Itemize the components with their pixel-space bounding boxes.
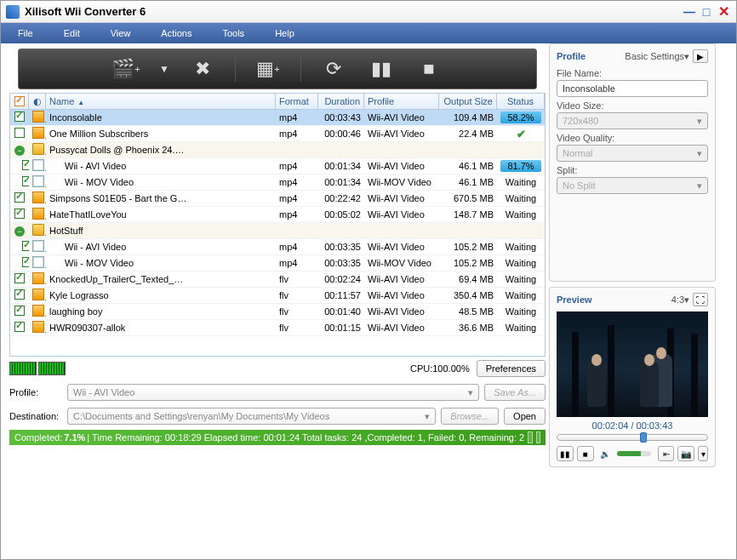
stop-preview-button[interactable]: ■ xyxy=(577,446,594,461)
row-status: Waiting xyxy=(497,209,545,220)
prev-frame-button[interactable]: ⇤ xyxy=(658,446,675,461)
row-duration: 00:01:15 xyxy=(318,323,364,333)
video-file-icon xyxy=(32,321,44,333)
table-row[interactable]: laughing boyflv00:01:40Wii-AVI Video48.5… xyxy=(10,304,545,320)
menu-tools[interactable]: Tools xyxy=(212,25,265,42)
status-icon[interactable] xyxy=(536,431,540,443)
menu-file[interactable]: File xyxy=(8,25,54,42)
row-checkbox[interactable] xyxy=(22,160,29,170)
volume-slider[interactable] xyxy=(617,451,650,456)
preview-video[interactable] xyxy=(557,311,708,417)
maximize-button[interactable]: □ xyxy=(699,5,714,19)
row-format: mp4 xyxy=(276,161,318,171)
remove-button[interactable]: ✖ xyxy=(187,54,218,84)
add-file-button[interactable]: 🎬+ xyxy=(111,54,141,84)
row-name: Wii - AVI Video xyxy=(46,161,276,171)
seek-bar[interactable] xyxy=(557,434,708,441)
table-row[interactable]: HateThatILoveYoump400:05:02Wii-AVI Video… xyxy=(10,207,545,223)
collapse-icon[interactable]: − xyxy=(14,146,25,156)
table-row[interactable]: Inconsolablemp400:03:43Wii-AVI Video109.… xyxy=(10,110,545,126)
row-status: Waiting xyxy=(497,306,545,317)
menu-help[interactable]: Help xyxy=(265,25,315,42)
status-icon[interactable] xyxy=(528,431,532,443)
fullscreen-button[interactable]: ⛶ xyxy=(693,293,708,306)
snapshot-button[interactable]: 📷 xyxy=(677,446,694,461)
row-status: Waiting xyxy=(497,242,545,252)
preferences-button[interactable]: Preferences xyxy=(477,360,546,377)
stop-button[interactable]: ■ xyxy=(414,54,444,84)
table-row[interactable]: HWR090307-allokflv00:01:15Wii-AVI Video3… xyxy=(10,320,545,336)
row-checkbox[interactable] xyxy=(14,128,25,138)
browse-button[interactable]: Browse... xyxy=(441,408,499,425)
menu-view[interactable]: View xyxy=(100,25,151,42)
table-row[interactable]: Wii - MOV Videomp400:01:34Wii-MOV Video4… xyxy=(10,174,545,191)
table-row[interactable]: One Million Subscribersmp400:00:46Wii-AV… xyxy=(10,126,545,142)
aspect-ratio-link[interactable]: 4:3▾ xyxy=(671,294,689,306)
table-row[interactable]: −HotStuff xyxy=(10,223,545,239)
profile-combo[interactable]: Wii - AVI Video xyxy=(67,384,479,401)
menu-actions[interactable]: Actions xyxy=(151,25,212,42)
row-duration: 00:01:34 xyxy=(318,161,364,171)
name-column[interactable]: Name▲ xyxy=(46,94,276,109)
row-status: Waiting xyxy=(497,177,545,187)
row-checkbox[interactable] xyxy=(14,322,25,332)
row-checkbox[interactable] xyxy=(14,306,25,316)
table-row[interactable]: Kyle Lograssoflv00:11:57Wii-AVI Video350… xyxy=(10,288,545,304)
close-button[interactable]: ✕ xyxy=(716,5,731,19)
type-column[interactable]: ◐ xyxy=(29,94,46,109)
row-checkbox[interactable] xyxy=(22,257,29,267)
check-all[interactable] xyxy=(10,94,29,109)
split-combo[interactable]: No Split xyxy=(557,177,708,194)
preview-time: 00:02:04 / 00:03:43 xyxy=(557,420,708,431)
video-file-icon xyxy=(32,111,44,123)
row-name: HWR090307-allok xyxy=(46,323,276,333)
minimize-button[interactable]: — xyxy=(682,5,697,19)
seek-handle[interactable] xyxy=(640,432,647,443)
basic-settings-link[interactable]: Basic Settings▾ xyxy=(625,51,689,62)
table-row[interactable]: Wii - MOV Videomp400:03:35Wii-MOV Video1… xyxy=(10,255,545,271)
collapse-icon[interactable]: − xyxy=(14,226,25,237)
table-header: ◐ Name▲ Format Duration Profile Output S… xyxy=(9,93,546,110)
file-name-input[interactable]: Inconsolable xyxy=(557,80,708,97)
row-checkbox[interactable] xyxy=(14,192,25,203)
destination-combo[interactable]: C:\Documents and Settings\renyan\My Docu… xyxy=(67,408,436,425)
row-checkbox[interactable] xyxy=(22,241,29,251)
cpu-core-meter xyxy=(38,362,66,375)
table-row[interactable]: Simpsons S01E05 - Bart the G…mp400:22:42… xyxy=(10,191,545,207)
dropdown-arrow-icon[interactable]: ▼ xyxy=(158,54,170,84)
status-column[interactable]: Status xyxy=(497,94,545,109)
profile-icon xyxy=(32,159,44,171)
expand-panel-button[interactable]: ▶ xyxy=(693,49,708,63)
format-column[interactable]: Format xyxy=(276,94,318,109)
video-size-combo[interactable]: 720x480 xyxy=(557,112,708,129)
duration-column[interactable]: Duration xyxy=(318,94,364,109)
play-pause-button[interactable]: ▮▮ xyxy=(557,446,574,461)
profile-column[interactable]: Profile xyxy=(364,94,439,109)
convert-button[interactable]: ⟳ xyxy=(318,54,349,84)
table-row[interactable]: Wii - AVI Videomp400:01:34Wii-AVI Video4… xyxy=(10,158,545,174)
snapshot-menu-button[interactable]: ▾ xyxy=(698,446,708,461)
add-profile-button[interactable]: ▦+ xyxy=(253,54,283,84)
video-file-icon xyxy=(32,305,44,317)
row-checkbox[interactable] xyxy=(14,111,25,122)
row-profile: Wii-AVI Video xyxy=(364,209,439,220)
row-checkbox[interactable] xyxy=(14,289,25,300)
table-row[interactable]: KnockedUp_TrailerC_Texted_…flv00:02:24Wi… xyxy=(10,271,545,288)
app-logo xyxy=(6,5,20,19)
file-list[interactable]: Inconsolablemp400:03:43Wii-AVI Video109.… xyxy=(9,110,546,357)
row-checkbox[interactable] xyxy=(22,176,29,186)
cpu-text: CPU:100.00% xyxy=(410,363,470,374)
row-checkbox[interactable] xyxy=(14,273,25,283)
row-profile: Wii-MOV Video xyxy=(364,258,439,268)
size-column[interactable]: Output Size xyxy=(439,94,497,109)
open-button[interactable]: Open xyxy=(504,408,546,425)
menu-edit[interactable]: Edit xyxy=(54,25,100,42)
video-quality-combo[interactable]: Normal xyxy=(557,145,708,162)
volume-icon[interactable]: 🔉 xyxy=(597,446,614,461)
pause-button[interactable]: ▮▮ xyxy=(366,54,397,84)
save-as-button[interactable]: Save As... xyxy=(484,384,546,401)
table-row[interactable]: −Pussycat Dolls @ Phoenix 24.… xyxy=(10,142,545,158)
table-row[interactable]: Wii - AVI Videomp400:03:35Wii-AVI Video1… xyxy=(10,239,545,255)
row-checkbox[interactable] xyxy=(14,209,25,219)
folder-icon xyxy=(32,143,44,155)
